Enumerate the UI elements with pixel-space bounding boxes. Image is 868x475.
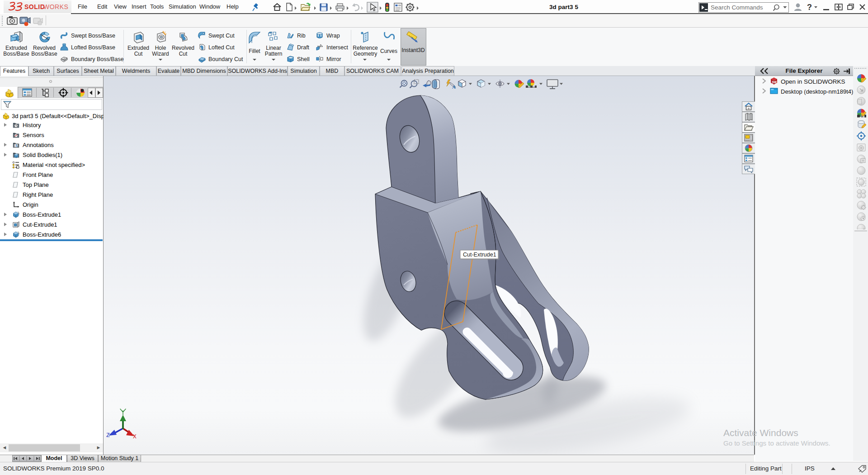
svg-text:X: X bbox=[133, 433, 137, 440]
svg-text:SW: SW bbox=[772, 81, 777, 84]
svg-text:WORKS: WORKS bbox=[43, 3, 68, 10]
svg-text:Search Commands: Search Commands bbox=[711, 4, 763, 11]
svg-text:SOLID: SOLID bbox=[24, 3, 45, 10]
svg-text:?: ? bbox=[807, 3, 812, 12]
svg-text:Z: Z bbox=[106, 432, 110, 439]
svg-text:Cut-Extrude1: Cut-Extrude1 bbox=[463, 252, 496, 258]
svg-text:A: A bbox=[15, 144, 18, 148]
svg-text:A: A bbox=[452, 84, 456, 90]
